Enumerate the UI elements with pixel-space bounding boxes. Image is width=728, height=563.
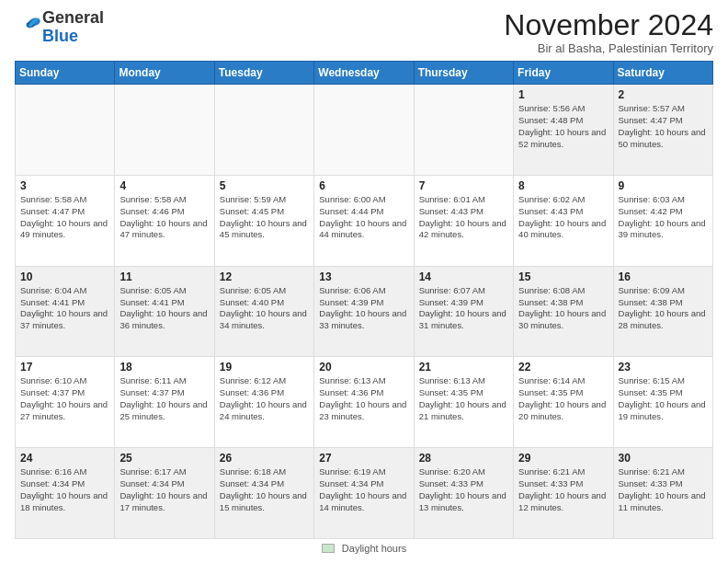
table-row: 16Sunrise: 6:09 AM Sunset: 4:38 PM Dayli… (613, 266, 712, 357)
day-detail: Sunrise: 5:58 AM Sunset: 4:46 PM Dayligh… (119, 194, 209, 241)
day-number: 3 (20, 179, 109, 192)
col-sunday: Sunday (16, 62, 115, 85)
logo-blue-text: Blue (42, 27, 78, 45)
table-row: 21Sunrise: 6:13 AM Sunset: 4:35 PM Dayli… (414, 357, 513, 448)
day-detail: Sunrise: 6:07 AM Sunset: 4:39 PM Dayligh… (419, 285, 508, 332)
table-row: 1Sunrise: 5:56 AM Sunset: 4:48 PM Daylig… (514, 85, 613, 176)
day-detail: Sunrise: 6:17 AM Sunset: 4:34 PM Dayligh… (119, 466, 209, 513)
day-detail: Sunrise: 5:59 AM Sunset: 4:45 PM Dayligh… (220, 194, 309, 241)
table-row: 8Sunrise: 6:02 AM Sunset: 4:43 PM Daylig… (514, 175, 613, 266)
table-row (414, 85, 513, 176)
day-detail: Sunrise: 6:09 AM Sunset: 4:38 PM Dayligh… (619, 285, 708, 332)
calendar-header-row: Sunday Monday Tuesday Wednesday Thursday… (16, 62, 713, 85)
day-number: 22 (518, 361, 608, 373)
table-row: 4Sunrise: 5:58 AM Sunset: 4:46 PM Daylig… (115, 175, 214, 266)
day-number: 6 (319, 179, 408, 192)
day-number: 25 (119, 452, 209, 465)
day-number: 10 (20, 270, 109, 283)
logo: General Blue (15, 9, 104, 46)
day-detail: Sunrise: 6:06 AM Sunset: 4:39 PM Dayligh… (319, 285, 408, 332)
table-row (314, 85, 414, 176)
footer: Daylight hours (15, 543, 713, 554)
day-detail: Sunrise: 5:58 AM Sunset: 4:47 PM Dayligh… (20, 194, 109, 241)
day-number: 21 (419, 361, 508, 373)
month-title: November 2024 (504, 9, 713, 41)
day-detail: Sunrise: 6:01 AM Sunset: 4:43 PM Dayligh… (419, 194, 508, 241)
legend-label: Daylight hours (342, 543, 406, 554)
day-detail: Sunrise: 6:13 AM Sunset: 4:35 PM Dayligh… (419, 375, 508, 422)
day-detail: Sunrise: 6:14 AM Sunset: 4:35 PM Dayligh… (518, 375, 608, 422)
day-number: 1 (518, 88, 608, 101)
col-saturday: Saturday (613, 62, 712, 85)
day-number: 18 (119, 361, 209, 373)
table-row: 18Sunrise: 6:11 AM Sunset: 4:37 PM Dayli… (115, 357, 214, 448)
day-detail: Sunrise: 6:03 AM Sunset: 4:42 PM Dayligh… (619, 194, 708, 241)
day-number: 19 (220, 361, 309, 373)
day-detail: Sunrise: 6:15 AM Sunset: 4:35 PM Dayligh… (619, 375, 708, 422)
table-row: 19Sunrise: 6:12 AM Sunset: 4:36 PM Dayli… (214, 357, 313, 448)
day-detail: Sunrise: 6:19 AM Sunset: 4:34 PM Dayligh… (319, 466, 408, 513)
day-number: 8 (518, 179, 608, 192)
day-number: 20 (319, 361, 408, 373)
col-friday: Friday (514, 62, 613, 85)
day-number: 12 (220, 270, 309, 283)
table-row: 28Sunrise: 6:20 AM Sunset: 4:33 PM Dayli… (414, 448, 513, 539)
day-detail: Sunrise: 6:12 AM Sunset: 4:36 PM Dayligh… (220, 375, 309, 422)
day-detail: Sunrise: 6:08 AM Sunset: 4:38 PM Dayligh… (518, 285, 608, 332)
calendar-body: 1Sunrise: 5:56 AM Sunset: 4:48 PM Daylig… (16, 85, 713, 539)
table-row: 9Sunrise: 6:03 AM Sunset: 4:42 PM Daylig… (613, 175, 712, 266)
calendar-week-row: 24Sunrise: 6:16 AM Sunset: 4:34 PM Dayli… (16, 448, 713, 539)
day-number: 9 (619, 179, 708, 192)
table-row: 24Sunrise: 6:16 AM Sunset: 4:34 PM Dayli… (16, 448, 115, 539)
table-row (115, 85, 214, 176)
table-row: 29Sunrise: 6:21 AM Sunset: 4:33 PM Dayli… (514, 448, 613, 539)
day-number: 11 (119, 270, 209, 283)
day-detail: Sunrise: 6:02 AM Sunset: 4:43 PM Dayligh… (518, 194, 608, 241)
day-number: 14 (419, 270, 508, 283)
col-monday: Monday (115, 62, 214, 85)
day-detail: Sunrise: 5:56 AM Sunset: 4:48 PM Dayligh… (518, 103, 608, 150)
location-subtitle: Bir al Basha, Palestinian Territory (504, 41, 713, 55)
col-thursday: Thursday (414, 62, 513, 85)
day-detail: Sunrise: 5:57 AM Sunset: 4:47 PM Dayligh… (619, 103, 708, 150)
table-row: 20Sunrise: 6:13 AM Sunset: 4:36 PM Dayli… (314, 357, 414, 448)
table-row: 27Sunrise: 6:19 AM Sunset: 4:34 PM Dayli… (314, 448, 414, 539)
day-number: 2 (619, 88, 708, 101)
table-row: 11Sunrise: 6:05 AM Sunset: 4:41 PM Dayli… (115, 266, 214, 357)
logo-general-text: General (42, 8, 104, 27)
day-number: 16 (619, 270, 708, 283)
page: General Blue November 2024 Bir al Basha,… (0, 0, 728, 563)
calendar-week-row: 1Sunrise: 5:56 AM Sunset: 4:48 PM Daylig… (16, 85, 713, 176)
day-detail: Sunrise: 6:13 AM Sunset: 4:36 PM Dayligh… (319, 375, 408, 422)
table-row: 7Sunrise: 6:01 AM Sunset: 4:43 PM Daylig… (414, 175, 513, 266)
calendar-week-row: 10Sunrise: 6:04 AM Sunset: 4:41 PM Dayli… (16, 266, 713, 357)
col-wednesday: Wednesday (314, 62, 414, 85)
table-row: 13Sunrise: 6:06 AM Sunset: 4:39 PM Dayli… (314, 266, 414, 357)
day-detail: Sunrise: 6:05 AM Sunset: 4:41 PM Dayligh… (119, 285, 209, 332)
table-row: 3Sunrise: 5:58 AM Sunset: 4:47 PM Daylig… (16, 175, 115, 266)
day-number: 15 (518, 270, 608, 283)
day-detail: Sunrise: 6:04 AM Sunset: 4:41 PM Dayligh… (20, 285, 109, 332)
table-row (16, 85, 115, 176)
day-number: 30 (619, 452, 708, 465)
day-detail: Sunrise: 6:05 AM Sunset: 4:40 PM Dayligh… (220, 285, 309, 332)
day-number: 26 (220, 452, 309, 465)
day-detail: Sunrise: 6:18 AM Sunset: 4:34 PM Dayligh… (220, 466, 309, 513)
table-row: 12Sunrise: 6:05 AM Sunset: 4:40 PM Dayli… (214, 266, 313, 357)
day-detail: Sunrise: 6:21 AM Sunset: 4:33 PM Dayligh… (518, 466, 608, 513)
table-row: 25Sunrise: 6:17 AM Sunset: 4:34 PM Dayli… (115, 448, 214, 539)
day-detail: Sunrise: 6:10 AM Sunset: 4:37 PM Dayligh… (20, 375, 109, 422)
table-row: 17Sunrise: 6:10 AM Sunset: 4:37 PM Dayli… (16, 357, 115, 448)
day-detail: Sunrise: 6:21 AM Sunset: 4:33 PM Dayligh… (619, 466, 708, 513)
day-detail: Sunrise: 6:20 AM Sunset: 4:33 PM Dayligh… (419, 466, 508, 513)
table-row: 5Sunrise: 5:59 AM Sunset: 4:45 PM Daylig… (214, 175, 313, 266)
day-detail: Sunrise: 6:11 AM Sunset: 4:37 PM Dayligh… (119, 375, 209, 422)
col-tuesday: Tuesday (214, 62, 313, 85)
table-row: 2Sunrise: 5:57 AM Sunset: 4:47 PM Daylig… (613, 85, 712, 176)
header: General Blue November 2024 Bir al Basha,… (15, 9, 713, 55)
day-number: 24 (20, 452, 109, 465)
table-row: 10Sunrise: 6:04 AM Sunset: 4:41 PM Dayli… (16, 266, 115, 357)
table-row: 23Sunrise: 6:15 AM Sunset: 4:35 PM Dayli… (613, 357, 712, 448)
table-row: 30Sunrise: 6:21 AM Sunset: 4:33 PM Dayli… (613, 448, 712, 539)
day-number: 7 (419, 179, 508, 192)
